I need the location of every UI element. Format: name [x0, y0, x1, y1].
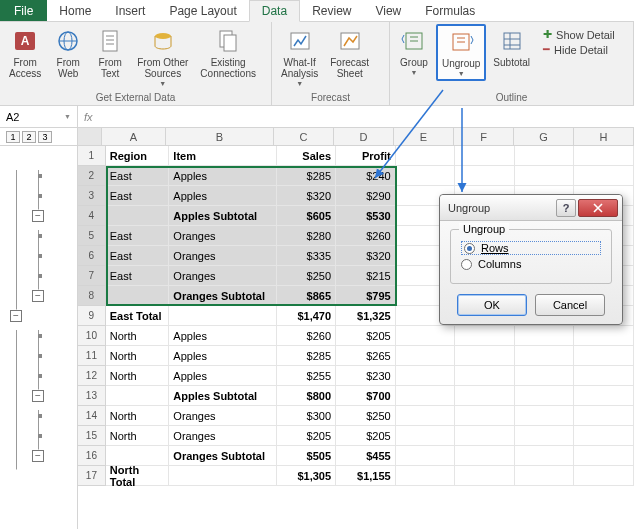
cell[interactable] — [396, 446, 456, 466]
col-header-C[interactable]: C — [274, 128, 334, 145]
row-header[interactable]: 8 — [78, 286, 106, 306]
cell[interactable]: East — [106, 226, 170, 246]
cell[interactable]: $230 — [336, 366, 396, 386]
group-button[interactable]: Group ▼ — [394, 24, 434, 79]
cell[interactable] — [574, 366, 634, 386]
cell[interactable] — [574, 466, 634, 486]
cell[interactable]: North Total — [106, 466, 170, 486]
row-header[interactable]: 9 — [78, 306, 106, 326]
cell[interactable]: $505 — [277, 446, 337, 466]
cell[interactable] — [396, 466, 456, 486]
cell[interactable] — [169, 466, 276, 486]
existing-connections-button[interactable]: ExistingConnections — [195, 24, 261, 82]
fx-icon[interactable]: fx — [84, 111, 93, 123]
cell[interactable]: $205 — [336, 426, 396, 446]
cell[interactable]: $240 — [336, 166, 396, 186]
cell[interactable]: $285 — [277, 166, 337, 186]
cell[interactable] — [396, 166, 456, 186]
cell[interactable] — [169, 306, 276, 326]
from-other-sources-button[interactable]: From OtherSources ▼ — [132, 24, 193, 90]
name-box[interactable]: A2▼ — [0, 106, 78, 127]
cell[interactable]: Oranges — [169, 426, 276, 446]
cell[interactable]: $285 — [277, 346, 337, 366]
cell[interactable]: $800 — [277, 386, 337, 406]
tab-data[interactable]: Data — [249, 0, 300, 22]
row-header[interactable]: 15 — [78, 426, 106, 446]
cell[interactable]: Apples — [169, 366, 276, 386]
outline-level-1[interactable]: 1 — [6, 131, 20, 143]
hide-detail-button[interactable]: ━Hide Detail — [543, 43, 615, 56]
cell[interactable]: $335 — [277, 246, 337, 266]
cell[interactable] — [455, 346, 515, 366]
cell[interactable]: Apples — [169, 186, 276, 206]
select-all-corner[interactable] — [78, 128, 102, 145]
row-header[interactable]: 11 — [78, 346, 106, 366]
col-header-F[interactable]: F — [454, 128, 514, 145]
cell[interactable]: Apples — [169, 326, 276, 346]
cell[interactable]: $320 — [336, 246, 396, 266]
cell[interactable]: $260 — [336, 226, 396, 246]
ungroup-button[interactable]: Ungroup ▼ — [436, 24, 486, 81]
col-header-H[interactable]: H — [574, 128, 634, 145]
cell[interactable]: Oranges — [169, 406, 276, 426]
row-header[interactable]: 3 — [78, 186, 106, 206]
radio-columns[interactable]: Columns — [461, 258, 601, 270]
cell[interactable] — [515, 386, 575, 406]
row-header[interactable]: 13 — [78, 386, 106, 406]
cell[interactable]: $1,470 — [277, 306, 337, 326]
cell[interactable]: North — [106, 406, 170, 426]
cell[interactable]: $1,305 — [277, 466, 337, 486]
col-header-B[interactable]: B — [166, 128, 274, 145]
dialog-close-button[interactable] — [578, 199, 618, 217]
cell[interactable]: $320 — [277, 186, 337, 206]
cell[interactable]: $1,325 — [336, 306, 396, 326]
cell[interactable] — [574, 326, 634, 346]
cell[interactable]: Sales — [277, 146, 337, 166]
cancel-button[interactable]: Cancel — [535, 294, 605, 316]
forecast-sheet-button[interactable]: ForecastSheet — [325, 24, 374, 82]
cell[interactable] — [396, 346, 456, 366]
cell[interactable]: Apples — [169, 166, 276, 186]
subtotal-button[interactable]: Subtotal — [488, 24, 535, 71]
col-header-A[interactable]: A — [102, 128, 166, 145]
formula-bar[interactable]: fx — [78, 106, 634, 127]
cell[interactable] — [396, 386, 456, 406]
cell[interactable]: $290 — [336, 186, 396, 206]
show-detail-button[interactable]: ✚Show Detail — [543, 28, 615, 41]
cell[interactable] — [515, 366, 575, 386]
cell[interactable] — [455, 386, 515, 406]
tab-insert[interactable]: Insert — [103, 0, 157, 21]
dialog-help-button[interactable]: ? — [556, 199, 576, 217]
from-web-button[interactable]: FromWeb — [48, 24, 88, 82]
cell[interactable] — [574, 386, 634, 406]
cell[interactable] — [515, 346, 575, 366]
cell[interactable]: $250 — [336, 406, 396, 426]
cell[interactable] — [455, 426, 515, 446]
cell[interactable] — [574, 166, 634, 186]
cell[interactable]: Oranges — [169, 266, 276, 286]
cell[interactable]: Profit — [336, 146, 396, 166]
whatif-analysis-button[interactable]: What-IfAnalysis ▼ — [276, 24, 323, 90]
cell[interactable]: Apples — [169, 346, 276, 366]
row-header[interactable]: 4 — [78, 206, 106, 226]
row-header[interactable]: 2 — [78, 166, 106, 186]
cell[interactable]: East — [106, 186, 170, 206]
cell[interactable]: $530 — [336, 206, 396, 226]
radio-rows[interactable]: Rows — [461, 241, 601, 255]
cell[interactable] — [574, 146, 634, 166]
cell[interactable] — [574, 426, 634, 446]
cell[interactable] — [515, 166, 575, 186]
cell[interactable] — [515, 446, 575, 466]
outline-collapse-button[interactable]: − — [10, 310, 22, 322]
row-header[interactable]: 17 — [78, 466, 106, 486]
cell[interactable]: North — [106, 366, 170, 386]
cell[interactable]: $1,155 — [336, 466, 396, 486]
cell[interactable]: Oranges Subtotal — [169, 286, 276, 306]
cell[interactable] — [455, 326, 515, 346]
row-header[interactable]: 7 — [78, 266, 106, 286]
col-header-D[interactable]: D — [334, 128, 394, 145]
cell[interactable] — [455, 166, 515, 186]
cell[interactable] — [515, 146, 575, 166]
cell[interactable]: $795 — [336, 286, 396, 306]
outline-collapse-button[interactable]: − — [32, 210, 44, 222]
